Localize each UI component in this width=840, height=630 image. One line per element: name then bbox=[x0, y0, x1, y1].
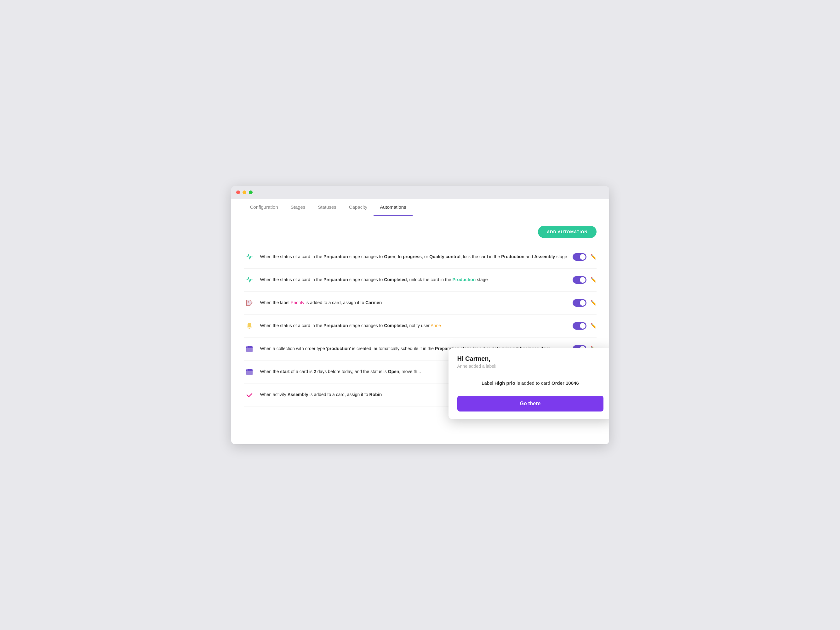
table-row: When the status of a card in the Prepara… bbox=[244, 315, 597, 337]
close-dot[interactable] bbox=[236, 191, 240, 194]
titlebar bbox=[231, 186, 609, 198]
toggle-2[interactable] bbox=[573, 276, 586, 284]
table-row: When the status of a card in the Prepara… bbox=[244, 269, 597, 291]
minimize-dot[interactable] bbox=[243, 191, 246, 194]
edit-icon-4[interactable]: ✏️ bbox=[590, 323, 597, 329]
table-row: When the label Priority is added to a ca… bbox=[244, 291, 597, 315]
svg-rect-2 bbox=[246, 346, 253, 348]
notification-subtitle: Anne added a label! bbox=[457, 364, 603, 369]
notification-header: Hi Carmen, Anne added a label! bbox=[448, 348, 609, 374]
calendar-purple-icon bbox=[244, 343, 255, 354]
notification-greeting: Hi Carmen, bbox=[457, 355, 603, 362]
tab-statuses[interactable]: Statuses bbox=[311, 198, 343, 216]
automation-controls-4: ✏️ bbox=[573, 322, 597, 330]
edit-icon-3[interactable]: ✏️ bbox=[590, 300, 597, 306]
automation-text-4: When the status of a card in the Prepara… bbox=[260, 322, 568, 329]
go-there-button[interactable]: Go there bbox=[457, 396, 603, 411]
notification-footer: Go there bbox=[448, 392, 609, 419]
automation-text-1: When the status of a card in the Prepara… bbox=[260, 254, 568, 260]
notification-label-name: High prio bbox=[494, 380, 515, 386]
edit-icon-1[interactable]: ✏️ bbox=[590, 254, 597, 260]
edit-icon-2[interactable]: ✏️ bbox=[590, 277, 597, 283]
nav-tabs: Configuration Stages Statuses Capacity A… bbox=[231, 198, 609, 216]
tab-capacity[interactable]: Capacity bbox=[343, 198, 374, 216]
tab-stages[interactable]: Stages bbox=[284, 198, 312, 216]
automation-controls-2: ✏️ bbox=[573, 276, 597, 284]
heartbeat-green-icon bbox=[244, 251, 255, 263]
add-automation-button[interactable]: ADD AUTOMATION bbox=[538, 226, 596, 238]
calendar-purple2-icon bbox=[244, 366, 255, 378]
maximize-dot[interactable] bbox=[249, 191, 253, 194]
bell-yellow-icon bbox=[244, 320, 255, 332]
heartbeat-green2-icon bbox=[244, 274, 255, 285]
automation-text-2: When the status of a card in the Prepara… bbox=[260, 276, 568, 283]
svg-point-0 bbox=[248, 301, 249, 302]
notification-body: Label High prio is added to card Order 1… bbox=[448, 374, 609, 392]
toggle-4[interactable] bbox=[573, 322, 586, 330]
automation-controls-1: ✏️ bbox=[573, 253, 597, 261]
automation-text-3: When the label Priority is added to a ca… bbox=[260, 299, 568, 306]
toggle-3[interactable] bbox=[573, 299, 586, 307]
tab-configuration[interactable]: Configuration bbox=[244, 198, 284, 216]
svg-rect-6 bbox=[246, 369, 253, 371]
table-row: When the status of a card in the Prepara… bbox=[244, 246, 597, 269]
label-pink-icon bbox=[244, 297, 255, 309]
notification-popup: Hi Carmen, Anne added a label! Label Hig… bbox=[448, 348, 609, 419]
automation-controls-3: ✏️ bbox=[573, 299, 597, 307]
toolbar: ADD AUTOMATION bbox=[244, 226, 597, 238]
tab-automations[interactable]: Automations bbox=[374, 198, 412, 216]
app-window: Configuration Stages Statuses Capacity A… bbox=[231, 186, 609, 444]
notification-card-name: Order 10046 bbox=[551, 380, 579, 386]
checkmark-pink-icon bbox=[244, 389, 255, 400]
toggle-1[interactable] bbox=[573, 253, 586, 261]
